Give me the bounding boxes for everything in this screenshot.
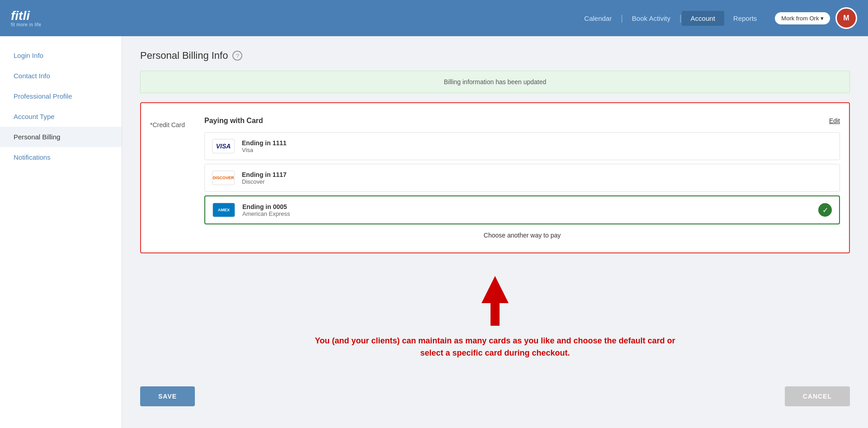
sidebar-item-personal-billing[interactable]: Personal Billing [0,127,122,147]
sidebar-item-contact-info[interactable]: Contact Info [0,66,122,86]
header: fitli fit more in life Calendar | Book A… [0,0,868,36]
annotation-text: You (and your clients) can maintain as m… [314,335,676,359]
save-button[interactable]: SAVE [140,386,195,406]
nav-book-activity[interactable]: Book Activity [623,14,679,22]
card-row-discover[interactable]: DISCOVER Ending in 1117 Discover [204,164,840,192]
choose-another-link[interactable]: Choose another way to pay [204,232,840,239]
card-info-amex: Ending in 0005 American Express [242,203,811,217]
sidebar-item-account-type[interactable]: Account Type [0,106,122,127]
page-title: Personal Billing Info ? [140,50,850,62]
sidebar-item-professional-profile[interactable]: Professional Profile [0,86,122,106]
sidebar: Login Info Contact Info Professional Pro… [0,36,122,428]
card-type-discover: Discover [242,178,832,185]
card-type-amex: American Express [242,210,811,217]
card-ending-amex: Ending in 0005 [242,203,811,210]
credit-card-label: *Credit Card [150,117,204,239]
header-nav: Calendar | Book Activity | Account Repor… [575,11,766,26]
card-ending-visa: Ending in 1111 [242,139,832,147]
selected-check-icon: ✓ [818,203,832,217]
logo: fitli fit more in life [11,10,41,27]
logo-text: fitli [11,10,41,22]
edit-link[interactable]: Edit [829,117,840,124]
logo-tagline: fit more in life [11,22,41,27]
success-banner: Billing information has been updated [140,71,850,93]
footer-buttons: SAVE CANCEL [140,386,850,420]
sidebar-item-login-info[interactable]: Login Info [0,45,122,66]
help-icon[interactable]: ? [232,51,242,61]
visa-logo: VISA [212,139,235,153]
page-layout: Login Info Contact Info Professional Pro… [0,36,868,428]
cancel-button[interactable]: CANCEL [785,386,850,406]
paying-with-header: Paying with Card Edit [204,117,840,125]
user-menu-button[interactable]: Mork from Ork ▾ [775,12,830,24]
avatar[interactable]: M [835,7,857,29]
card-info-discover: Ending in 1117 Discover [242,171,832,185]
up-arrow-head [481,276,509,303]
sidebar-item-notifications[interactable]: Notifications [0,147,122,167]
nav-divider-2: | [679,14,682,23]
arrow-shaft [491,303,500,326]
card-type-visa: Visa [242,147,832,153]
nav-account[interactable]: Account [682,11,724,26]
nav-calendar[interactable]: Calendar [575,14,621,22]
arrow-container [481,276,509,326]
card-row-amex[interactable]: AMEX Ending in 0005 American Express ✓ [204,195,840,224]
card-section: *Credit Card Paying with Card Edit VISA … [140,102,850,253]
card-ending-discover: Ending in 1117 [242,171,832,178]
main-content: Personal Billing Info ? Billing informat… [122,36,868,428]
card-info-visa: Ending in 1111 Visa [242,139,832,153]
discover-logo: DISCOVER [212,171,235,185]
card-content: Paying with Card Edit VISA Ending in 111… [204,117,840,239]
header-user: Mork from Ork ▾ M [775,7,857,29]
page-title-text: Personal Billing Info [140,50,228,62]
nav-reports[interactable]: Reports [724,14,766,22]
annotation-area: You (and your clients) can maintain as m… [140,267,850,368]
amex-logo: AMEX [212,203,235,217]
paying-with-title: Paying with Card [204,117,263,125]
success-message-text: Billing information has been updated [444,78,547,86]
card-row-visa[interactable]: VISA Ending in 1111 Visa [204,132,840,160]
